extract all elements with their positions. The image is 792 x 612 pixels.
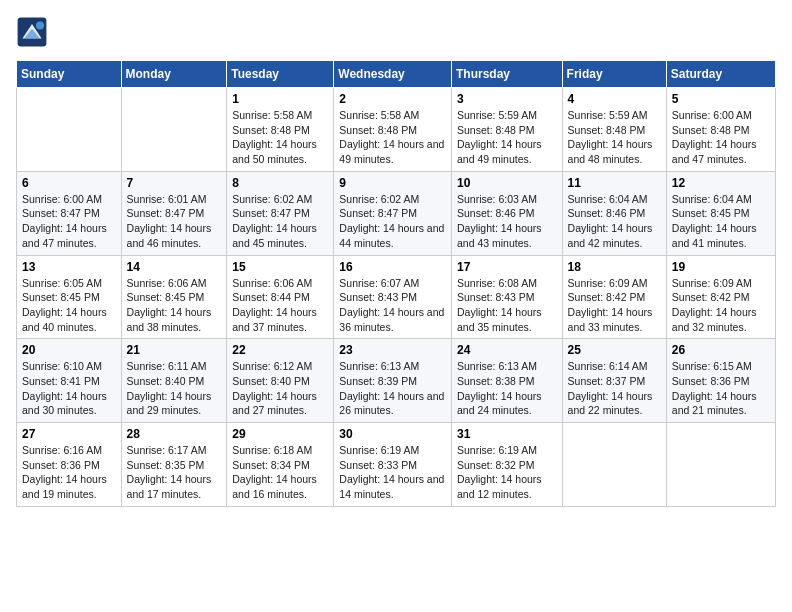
day-number: 18 (568, 260, 661, 274)
calendar-cell (121, 88, 227, 172)
calendar-week-row: 1Sunrise: 5:58 AMSunset: 8:48 PMDaylight… (17, 88, 776, 172)
svg-point-3 (36, 22, 44, 30)
calendar-week-row: 6Sunrise: 6:00 AMSunset: 8:47 PMDaylight… (17, 171, 776, 255)
day-info: Sunrise: 6:14 AMSunset: 8:37 PMDaylight:… (568, 359, 661, 418)
calendar-cell: 30Sunrise: 6:19 AMSunset: 8:33 PMDayligh… (334, 423, 452, 507)
calendar-cell: 13Sunrise: 6:05 AMSunset: 8:45 PMDayligh… (17, 255, 122, 339)
day-info: Sunrise: 6:13 AMSunset: 8:39 PMDaylight:… (339, 359, 446, 418)
day-number: 7 (127, 176, 222, 190)
day-number: 1 (232, 92, 328, 106)
day-info: Sunrise: 6:05 AMSunset: 8:45 PMDaylight:… (22, 276, 116, 335)
day-info: Sunrise: 6:00 AMSunset: 8:47 PMDaylight:… (22, 192, 116, 251)
day-number: 30 (339, 427, 446, 441)
calendar-cell: 20Sunrise: 6:10 AMSunset: 8:41 PMDayligh… (17, 339, 122, 423)
day-number: 23 (339, 343, 446, 357)
calendar-cell: 17Sunrise: 6:08 AMSunset: 8:43 PMDayligh… (451, 255, 562, 339)
calendar-cell: 27Sunrise: 6:16 AMSunset: 8:36 PMDayligh… (17, 423, 122, 507)
calendar-cell: 28Sunrise: 6:17 AMSunset: 8:35 PMDayligh… (121, 423, 227, 507)
calendar-cell (17, 88, 122, 172)
day-info: Sunrise: 6:04 AMSunset: 8:45 PMDaylight:… (672, 192, 770, 251)
day-number: 4 (568, 92, 661, 106)
day-info: Sunrise: 5:59 AMSunset: 8:48 PMDaylight:… (568, 108, 661, 167)
day-number: 22 (232, 343, 328, 357)
day-info: Sunrise: 6:06 AMSunset: 8:45 PMDaylight:… (127, 276, 222, 335)
calendar-cell: 15Sunrise: 6:06 AMSunset: 8:44 PMDayligh… (227, 255, 334, 339)
day-number: 26 (672, 343, 770, 357)
calendar-cell: 6Sunrise: 6:00 AMSunset: 8:47 PMDaylight… (17, 171, 122, 255)
weekday-header: Monday (121, 61, 227, 88)
day-info: Sunrise: 6:16 AMSunset: 8:36 PMDaylight:… (22, 443, 116, 502)
day-number: 12 (672, 176, 770, 190)
day-info: Sunrise: 6:11 AMSunset: 8:40 PMDaylight:… (127, 359, 222, 418)
day-number: 9 (339, 176, 446, 190)
day-number: 8 (232, 176, 328, 190)
calendar-cell (562, 423, 666, 507)
day-info: Sunrise: 6:13 AMSunset: 8:38 PMDaylight:… (457, 359, 557, 418)
day-number: 10 (457, 176, 557, 190)
day-info: Sunrise: 6:04 AMSunset: 8:46 PMDaylight:… (568, 192, 661, 251)
day-info: Sunrise: 6:10 AMSunset: 8:41 PMDaylight:… (22, 359, 116, 418)
weekday-header: Sunday (17, 61, 122, 88)
calendar-header: SundayMondayTuesdayWednesdayThursdayFrid… (17, 61, 776, 88)
calendar-cell: 5Sunrise: 6:00 AMSunset: 8:48 PMDaylight… (666, 88, 775, 172)
day-number: 6 (22, 176, 116, 190)
calendar-cell (666, 423, 775, 507)
calendar-cell: 8Sunrise: 6:02 AMSunset: 8:47 PMDaylight… (227, 171, 334, 255)
calendar-week-row: 27Sunrise: 6:16 AMSunset: 8:36 PMDayligh… (17, 423, 776, 507)
day-info: Sunrise: 6:01 AMSunset: 8:47 PMDaylight:… (127, 192, 222, 251)
day-info: Sunrise: 6:02 AMSunset: 8:47 PMDaylight:… (232, 192, 328, 251)
calendar-cell: 1Sunrise: 5:58 AMSunset: 8:48 PMDaylight… (227, 88, 334, 172)
day-info: Sunrise: 6:08 AMSunset: 8:43 PMDaylight:… (457, 276, 557, 335)
calendar-table: SundayMondayTuesdayWednesdayThursdayFrid… (16, 60, 776, 507)
weekday-header: Tuesday (227, 61, 334, 88)
day-number: 14 (127, 260, 222, 274)
calendar-cell: 24Sunrise: 6:13 AMSunset: 8:38 PMDayligh… (451, 339, 562, 423)
calendar-cell: 19Sunrise: 6:09 AMSunset: 8:42 PMDayligh… (666, 255, 775, 339)
header (16, 16, 776, 48)
calendar-cell: 11Sunrise: 6:04 AMSunset: 8:46 PMDayligh… (562, 171, 666, 255)
calendar-cell: 4Sunrise: 5:59 AMSunset: 8:48 PMDaylight… (562, 88, 666, 172)
weekday-header: Wednesday (334, 61, 452, 88)
day-info: Sunrise: 6:07 AMSunset: 8:43 PMDaylight:… (339, 276, 446, 335)
logo (16, 16, 52, 48)
calendar-cell: 14Sunrise: 6:06 AMSunset: 8:45 PMDayligh… (121, 255, 227, 339)
day-info: Sunrise: 6:19 AMSunset: 8:32 PMDaylight:… (457, 443, 557, 502)
calendar-cell: 2Sunrise: 5:58 AMSunset: 8:48 PMDaylight… (334, 88, 452, 172)
day-number: 28 (127, 427, 222, 441)
calendar-cell: 23Sunrise: 6:13 AMSunset: 8:39 PMDayligh… (334, 339, 452, 423)
calendar-cell: 31Sunrise: 6:19 AMSunset: 8:32 PMDayligh… (451, 423, 562, 507)
calendar-cell: 21Sunrise: 6:11 AMSunset: 8:40 PMDayligh… (121, 339, 227, 423)
day-info: Sunrise: 6:09 AMSunset: 8:42 PMDaylight:… (568, 276, 661, 335)
day-number: 25 (568, 343, 661, 357)
weekday-header: Saturday (666, 61, 775, 88)
day-number: 29 (232, 427, 328, 441)
day-info: Sunrise: 5:58 AMSunset: 8:48 PMDaylight:… (339, 108, 446, 167)
day-info: Sunrise: 6:15 AMSunset: 8:36 PMDaylight:… (672, 359, 770, 418)
day-number: 19 (672, 260, 770, 274)
day-info: Sunrise: 5:58 AMSunset: 8:48 PMDaylight:… (232, 108, 328, 167)
calendar-cell: 9Sunrise: 6:02 AMSunset: 8:47 PMDaylight… (334, 171, 452, 255)
calendar-cell: 25Sunrise: 6:14 AMSunset: 8:37 PMDayligh… (562, 339, 666, 423)
day-info: Sunrise: 6:02 AMSunset: 8:47 PMDaylight:… (339, 192, 446, 251)
calendar-cell: 10Sunrise: 6:03 AMSunset: 8:46 PMDayligh… (451, 171, 562, 255)
day-number: 20 (22, 343, 116, 357)
day-number: 5 (672, 92, 770, 106)
day-number: 13 (22, 260, 116, 274)
day-info: Sunrise: 6:00 AMSunset: 8:48 PMDaylight:… (672, 108, 770, 167)
day-number: 2 (339, 92, 446, 106)
day-number: 15 (232, 260, 328, 274)
day-number: 24 (457, 343, 557, 357)
day-info: Sunrise: 6:18 AMSunset: 8:34 PMDaylight:… (232, 443, 328, 502)
calendar-cell: 7Sunrise: 6:01 AMSunset: 8:47 PMDaylight… (121, 171, 227, 255)
calendar-week-row: 20Sunrise: 6:10 AMSunset: 8:41 PMDayligh… (17, 339, 776, 423)
day-number: 16 (339, 260, 446, 274)
day-info: Sunrise: 6:19 AMSunset: 8:33 PMDaylight:… (339, 443, 446, 502)
day-info: Sunrise: 6:17 AMSunset: 8:35 PMDaylight:… (127, 443, 222, 502)
calendar-cell: 12Sunrise: 6:04 AMSunset: 8:45 PMDayligh… (666, 171, 775, 255)
calendar-cell: 3Sunrise: 5:59 AMSunset: 8:48 PMDaylight… (451, 88, 562, 172)
day-info: Sunrise: 5:59 AMSunset: 8:48 PMDaylight:… (457, 108, 557, 167)
calendar-cell: 29Sunrise: 6:18 AMSunset: 8:34 PMDayligh… (227, 423, 334, 507)
calendar-cell: 22Sunrise: 6:12 AMSunset: 8:40 PMDayligh… (227, 339, 334, 423)
day-number: 21 (127, 343, 222, 357)
calendar-cell: 16Sunrise: 6:07 AMSunset: 8:43 PMDayligh… (334, 255, 452, 339)
